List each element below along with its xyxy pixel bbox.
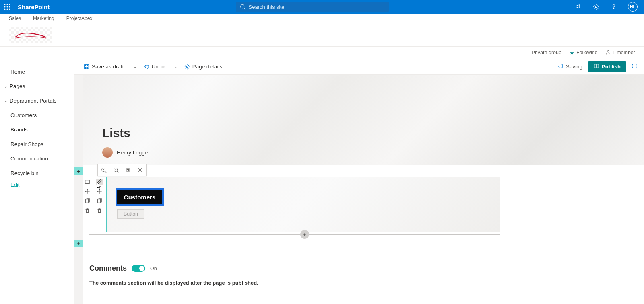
- star-icon: ★: [570, 50, 574, 56]
- move-webpart-icon[interactable]: [96, 188, 103, 195]
- delete-section-icon[interactable]: [84, 207, 91, 214]
- search-box[interactable]: [236, 2, 389, 12]
- move-section-icon[interactable]: [84, 188, 91, 195]
- user-avatar[interactable]: HL: [628, 2, 638, 12]
- expand-icon[interactable]: [632, 63, 638, 70]
- section-divider: [89, 234, 500, 235]
- svg-point-2: [9, 4, 10, 5]
- comments-heading: Comments: [89, 264, 127, 273]
- author-avatar: [102, 147, 113, 158]
- nav-communication[interactable]: Communication: [0, 151, 74, 166]
- nav-customers[interactable]: Customers: [0, 108, 74, 122]
- save-as-draft-button[interactable]: Save as draft: [80, 59, 128, 74]
- left-nav: Home ⌄ Pages ⌄ Department Portals Custom…: [0, 59, 74, 304]
- edit-webpart-icon[interactable]: [96, 179, 103, 185]
- close-icon[interactable]: [134, 164, 146, 176]
- page-details-button[interactable]: Page details: [181, 59, 225, 74]
- zoom-out-icon[interactable]: [110, 164, 122, 176]
- add-section-handle-bottom[interactable]: +: [74, 240, 83, 247]
- svg-point-6: [4, 9, 6, 10]
- button-webpart-customers[interactable]: Customers: [116, 188, 164, 206]
- edit-section-icon[interactable]: [84, 179, 91, 185]
- nav-brands[interactable]: Brands: [0, 122, 74, 137]
- svg-point-26: [126, 168, 130, 172]
- svg-line-20: [105, 171, 107, 173]
- settings-gear-icon[interactable]: [592, 3, 600, 10]
- brand-name[interactable]: SharePoint: [18, 4, 50, 10]
- nav-dept-label: Department Portals: [10, 98, 56, 104]
- page-title[interactable]: Lists: [102, 126, 130, 140]
- suite-bar: SharePoint HL: [0, 0, 644, 14]
- svg-point-8: [9, 9, 10, 10]
- comments-toggle[interactable]: [132, 265, 145, 272]
- page-author[interactable]: Henry Legge: [102, 147, 148, 158]
- publish-icon: [594, 63, 599, 70]
- add-section-handle-top[interactable]: +: [74, 167, 83, 175]
- group-privacy-label: Private group: [532, 50, 561, 55]
- divider: [89, 256, 351, 256]
- svg-point-1: [7, 4, 8, 5]
- help-icon[interactable]: [610, 3, 617, 10]
- chevron-down-icon: ⌄: [2, 99, 10, 103]
- title-region[interactable]: Lists Henry Legge: [83, 75, 644, 165]
- page-canvas: Lists Henry Legge: [83, 75, 644, 304]
- members-button[interactable]: 1 member: [606, 50, 635, 56]
- reset-icon[interactable]: [122, 164, 134, 176]
- page-details-label: Page details: [192, 64, 222, 70]
- save-draft-chevron[interactable]: ⌄: [131, 64, 139, 69]
- publish-label: Publish: [602, 64, 621, 70]
- svg-point-7: [7, 9, 8, 10]
- megaphone-icon[interactable]: [575, 3, 582, 10]
- webpart-section[interactable]: Customers Button: [106, 177, 500, 232]
- follow-button[interactable]: ★ Following: [570, 50, 598, 56]
- nav-department-portals[interactable]: ⌄ Department Portals: [0, 93, 74, 108]
- site-logo[interactable]: [9, 27, 52, 43]
- zoom-in-icon[interactable]: [98, 164, 110, 176]
- hub-nav: Sales Marketing ProjectApex: [0, 14, 644, 23]
- search-icon: [240, 4, 246, 10]
- svg-point-5: [9, 6, 10, 8]
- canvas-left-rail: + +: [74, 75, 83, 304]
- command-bar: Save as draft ⌄ Undo ⌄ Page details: [74, 59, 644, 75]
- duplicate-section-icon[interactable]: [84, 198, 91, 204]
- svg-point-4: [7, 6, 8, 8]
- svg-rect-15: [85, 67, 87, 68]
- svg-point-13: [607, 50, 609, 52]
- comments-note: The comments section will be displayed a…: [89, 280, 351, 286]
- hub-link-projectapex[interactable]: ProjectApex: [66, 16, 93, 21]
- svg-point-3: [4, 6, 6, 8]
- search-input[interactable]: [249, 4, 385, 10]
- svg-line-10: [244, 8, 245, 10]
- add-webpart-button[interactable]: +: [300, 230, 309, 239]
- svg-rect-32: [98, 199, 101, 203]
- undo-icon: [144, 64, 149, 70]
- svg-rect-14: [85, 64, 89, 69]
- author-name: Henry Legge: [117, 150, 148, 156]
- site-header: [0, 23, 644, 47]
- button-webpart-placeholder[interactable]: Button: [117, 209, 144, 219]
- undo-label: Undo: [152, 64, 165, 70]
- delete-webpart-icon[interactable]: [96, 207, 103, 214]
- nav-home[interactable]: Home: [0, 64, 74, 79]
- title-toolbar: [97, 164, 147, 176]
- nav-pages[interactable]: ⌄ Pages: [0, 79, 74, 93]
- site-status-row: Private group ★ Following 1 member: [0, 47, 644, 59]
- save-as-draft-label: Save as draft: [92, 64, 124, 70]
- undo-button[interactable]: Undo: [140, 59, 169, 74]
- member-count: 1 member: [613, 50, 635, 55]
- saving-status: Saving: [558, 63, 582, 70]
- section-toolbar: [83, 176, 92, 214]
- nav-edit-link[interactable]: Edit: [0, 182, 74, 188]
- svg-point-11: [595, 6, 597, 8]
- nav-repair-shops[interactable]: Repair Shops: [0, 137, 74, 151]
- svg-rect-29: [85, 180, 90, 184]
- publish-button[interactable]: Publish: [588, 61, 626, 72]
- nav-recycle-bin[interactable]: Recycle bin: [0, 166, 74, 180]
- duplicate-webpart-icon[interactable]: [96, 198, 103, 204]
- undo-chevron[interactable]: ⌄: [171, 64, 180, 69]
- hub-link-sales[interactable]: Sales: [9, 16, 21, 21]
- svg-rect-31: [86, 199, 89, 203]
- nav-pages-label: Pages: [10, 83, 25, 89]
- hub-link-marketing[interactable]: Marketing: [33, 16, 54, 21]
- app-launcher-icon[interactable]: [3, 3, 11, 11]
